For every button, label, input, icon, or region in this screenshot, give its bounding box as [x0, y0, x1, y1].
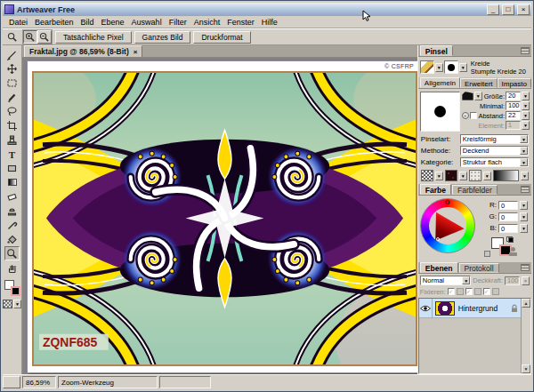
methode-select[interactable]: Deckend ▼ [460, 146, 529, 156]
layers-scrollbar[interactable]: ▲ ▼ [521, 299, 530, 373]
panel-menu-icon[interactable] [521, 264, 530, 271]
title-bar[interactable]: Artweaver Free _ □ × [3, 3, 531, 16]
menu-ansicht[interactable]: Ansicht [190, 18, 224, 27]
menu-bearbeiten[interactable]: Bearbeiten [31, 18, 77, 27]
menu-bild[interactable]: Bild [77, 18, 98, 27]
texture-dark-dropdown-icon[interactable]: ▼ [459, 172, 467, 180]
menu-datei[interactable]: Datei [5, 18, 31, 27]
tab-ebenen[interactable]: Ebenen [420, 262, 458, 273]
background-color-swatch[interactable] [11, 286, 20, 296]
brush-category-chip[interactable] [420, 60, 434, 74]
tab-erweitert[interactable]: Erweitert [460, 78, 498, 88]
actual-pixels-button[interactable]: Tatsächliche Pixel [55, 31, 132, 44]
blend-mode-dropdown-icon[interactable]: ▼ [462, 276, 470, 284]
spacing-toggle-icon[interactable]: + [462, 112, 469, 119]
texture-dark-chip[interactable] [445, 170, 457, 181]
clone-stamp-tool[interactable] [4, 204, 20, 218]
scroll-up-icon[interactable]: ▲ [522, 299, 530, 308]
gradient-strip[interactable] [493, 170, 519, 181]
pinselart-dropdown-icon[interactable]: ▼ [520, 135, 528, 143]
pattern-swatch[interactable] [3, 300, 12, 308]
tab-impasto[interactable]: Impasto [498, 78, 531, 88]
brush-shape-dropdown-icon[interactable]: ▼ [474, 92, 482, 100]
panel-menu-icon[interactable] [521, 47, 530, 54]
close-button[interactable]: × [517, 4, 530, 15]
minimal-dropdown-icon[interactable]: ▼ [522, 101, 530, 110]
green-value[interactable]: 0 [498, 212, 518, 221]
spacing-checkbox[interactable] [470, 112, 477, 119]
canvas-page[interactable]: © CSFRP [27, 60, 417, 373]
methode-dropdown-icon[interactable]: ▼ [520, 147, 528, 155]
brush-tip-dropdown-icon[interactable]: ▼ [459, 63, 467, 72]
kategorie-select[interactable]: Struktur flach ▼ [460, 157, 529, 167]
canvas-background[interactable]: © CSFRP [22, 58, 417, 374]
texture-light-chip[interactable] [469, 170, 481, 181]
layer-row-hintergrund[interactable]: Hintergrund [419, 299, 521, 318]
brush-shape-chip[interactable] [462, 92, 473, 100]
crop-tool[interactable] [4, 118, 20, 132]
zoom-level-field[interactable]: 86,59% [22, 376, 56, 388]
green-dropdown-icon[interactable]: ▼ [520, 212, 528, 221]
minimal-value[interactable]: 100 [506, 101, 521, 110]
stamp-tool[interactable] [4, 132, 20, 147]
paint-bucket-tool[interactable] [4, 232, 20, 246]
zoom-in-button[interactable] [23, 30, 37, 44]
zoom-out-button[interactable] [37, 30, 52, 44]
red-dropdown-icon[interactable]: ▼ [520, 201, 528, 210]
fit-image-button[interactable]: Ganzes Bild [134, 31, 191, 44]
maximize-button[interactable]: □ [502, 4, 514, 15]
color-wheel[interactable] [420, 198, 475, 253]
kategorie-dropdown-icon[interactable]: ▼ [520, 158, 528, 166]
fractal-image[interactable]: ZQNF685 [32, 71, 417, 366]
scroll-down-icon[interactable]: ▼ [522, 364, 530, 373]
move-tool[interactable] [4, 61, 20, 76]
layer-visibility-cell[interactable] [419, 299, 433, 317]
pencil-tool[interactable] [4, 47, 20, 61]
layer-thumbnail[interactable] [435, 301, 455, 316]
lasso-tool[interactable] [4, 104, 20, 118]
tab-farbe[interactable]: Farbe [420, 184, 451, 195]
brush-panel-tab[interactable]: Pinsel [420, 45, 453, 56]
hand-tool[interactable] [4, 260, 20, 275]
print-size-button[interactable]: Druckformat [193, 31, 250, 44]
toolbox-color-swatches[interactable] [4, 280, 20, 296]
panel-menu-icon[interactable] [521, 186, 530, 193]
text-tool[interactable]: T [4, 147, 20, 161]
red-value[interactable]: 0 [498, 201, 518, 210]
size-dropdown-icon[interactable]: ▼ [522, 92, 530, 100]
shape-tool[interactable] [4, 161, 20, 175]
tab-allgemein[interactable]: Allgemein [420, 77, 460, 88]
menu-fenster[interactable]: Fenster [223, 18, 258, 27]
brush-tip-chip[interactable] [444, 60, 458, 74]
brush-tool[interactable] [4, 90, 20, 104]
menu-auswahl[interactable]: Auswahl [128, 18, 166, 27]
menu-filter[interactable]: Filter [166, 18, 190, 27]
brush-category-dropdown-icon[interactable]: ▼ [435, 63, 443, 72]
swap-colors-icon[interactable] [484, 251, 490, 257]
blue-dropdown-icon[interactable]: ▼ [520, 224, 528, 233]
minimize-button[interactable]: _ [487, 4, 499, 15]
texture-pattern-chip[interactable] [421, 170, 433, 181]
gradient-dropdown-icon[interactable]: ▼ [521, 172, 529, 180]
blue-value[interactable]: 0 [498, 224, 518, 233]
abstand-dropdown-icon[interactable]: ▼ [522, 111, 530, 120]
texture-light-dropdown-icon[interactable]: ▼ [483, 172, 491, 180]
eraser-tool[interactable] [4, 189, 20, 204]
eyedropper-tool[interactable] [4, 218, 20, 232]
abstand-value[interactable]: 22 [506, 111, 521, 120]
menu-ebene[interactable]: Ebene [98, 18, 128, 27]
default-colors-icon[interactable] [506, 236, 513, 242]
menu-hilfe[interactable]: Hilfe [258, 18, 281, 27]
document-close-icon[interactable]: × [134, 48, 138, 56]
zoom-tool[interactable] [4, 246, 20, 260]
hue-marker-icon[interactable] [445, 200, 449, 204]
tab-farbfelder[interactable]: Farbfelder [452, 185, 498, 195]
pattern-dropdown-arrow-icon[interactable]: ▼ [13, 300, 21, 308]
blend-mode-select[interactable]: Normal ▼ [420, 276, 471, 285]
document-tab[interactable]: Fraktal.jpg @ 86,59% (8-Bit) × [24, 45, 142, 57]
rect-select-tool[interactable] [4, 76, 20, 90]
pinselart-select[interactable]: Kreisförmig ▼ [460, 134, 529, 144]
size-value[interactable]: 20 [506, 92, 521, 100]
gradient-tool[interactable] [4, 175, 20, 189]
texture-pattern-dropdown-icon[interactable]: ▼ [435, 172, 443, 180]
